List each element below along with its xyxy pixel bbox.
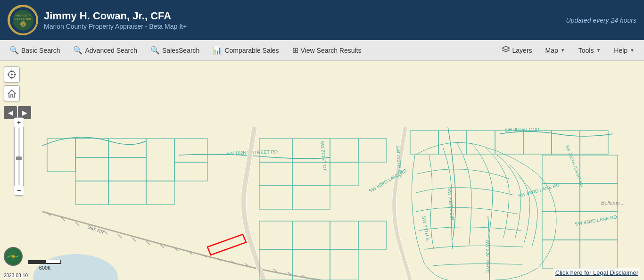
date-label: 2023-03-10 [4,273,28,278]
header-left: PROPERTY APPRAISER ★ Jimmy H. Cowan, Jr.… [8,5,187,35]
zoom-control: + − [14,117,24,196]
svg-text:PROPERTY: PROPERTY [15,14,31,17]
comparable-sales-label: Comparable Sales [224,47,279,54]
scale-bar: 600ft [28,260,61,271]
appraiser-name: Jimmy H. Cowan, Jr., CFA [44,10,187,22]
tools-label: Tools [578,47,594,54]
mini-map-inner [5,248,22,265]
chart-icon: 📊 [213,46,222,55]
sales-search-label: SalesSearch [162,47,199,54]
map-svg: SW 102ND STREET RD SW 90TH LOOP [0,61,644,280]
svg-point-97 [12,255,15,258]
zoom-bar[interactable] [18,128,20,185]
left-toolbar: ◀ ▶ [4,66,31,119]
nav-tools[interactable]: Tools ▼ [573,44,607,57]
home-button[interactable] [4,85,20,101]
help-label: Help [614,47,627,54]
nav-basic-search[interactable]: 🔍 Basic Search [4,43,66,58]
zoom-out-button[interactable]: − [14,186,24,195]
nav-sales-search[interactable]: 🔍 SalesSearch [145,43,205,58]
map-dropdown-arrow: ▼ [561,48,565,53]
map-label: Map [545,47,558,54]
map-container[interactable]: SW 102ND STREET RD SW 90TH LOOP [0,61,644,280]
logo: PROPERTY APPRAISER ★ [8,5,38,35]
header: PROPERTY APPRAISER ★ Jimmy H. Cowan, Jr.… [0,0,644,40]
nav-right-group: Layers Map ▼ Tools ▼ Help ▼ [496,43,640,58]
scale-line [28,260,61,264]
logo-image: PROPERTY APPRAISER ★ [9,6,37,34]
navbar: 🔍 Basic Search 🔍 Advanced Search 🔍 Sales… [0,40,644,61]
header-title: Jimmy H. Cowan, Jr., CFA Marion County P… [44,10,187,30]
nav-comparable-sales[interactable]: 📊 Comparable Sales [207,43,284,58]
scale-label: 600ft [39,265,50,271]
disclaimer-link[interactable]: Click here for Legal Disclaimer [553,268,640,277]
basic-search-label: Basic Search [21,47,60,54]
svg-rect-7 [0,61,644,280]
nav-layers[interactable]: Layers [496,43,538,58]
advanced-search-label: Advanced Search [85,47,137,54]
svg-point-94 [11,74,13,75]
svg-text:APPRAISER: APPRAISER [15,18,31,21]
search-icon-3: 🔍 [150,46,160,55]
search-icon: 🔍 [9,46,19,55]
nav-view-search-results[interactable]: ⊞ View Search Results [287,43,367,58]
nav-map[interactable]: Map ▼ [540,44,571,57]
appraiser-subtitle: Marion County Property Appraiser - Beta … [44,23,187,30]
grid-icon: ⊞ [292,46,298,55]
layers-icon [502,46,510,55]
mini-map[interactable] [4,247,23,266]
nav-help[interactable]: Help ▼ [608,44,640,57]
search-icon-2: 🔍 [73,46,83,55]
help-dropdown-arrow: ▼ [630,48,635,53]
nav-advanced-search[interactable]: 🔍 Advanced Search [67,43,143,58]
update-notice: Updated every 24 hours [566,16,636,24]
tools-dropdown-arrow: ▼ [596,48,601,53]
svg-text:SW 90TH LOOP: SW 90TH LOOP [504,127,539,132]
zoom-in-button[interactable]: + [14,118,24,127]
svg-text:Bellamy...: Bellamy... [601,200,623,206]
zoom-indicator [16,156,22,160]
svg-marker-95 [8,90,16,97]
crosshair-button[interactable] [4,66,20,82]
layers-label: Layers [512,47,532,54]
view-search-results-label: View Search Results [301,47,362,54]
svg-marker-6 [502,46,510,50]
